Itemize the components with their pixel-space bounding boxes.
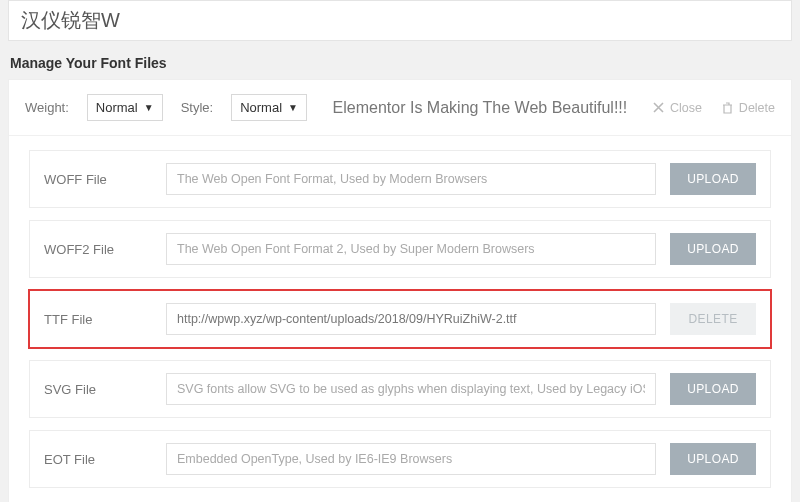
woff2-upload-button[interactable]: UPLOAD — [670, 233, 756, 265]
ttf-row: TTF File DELETE — [29, 290, 771, 348]
style-value: Normal — [240, 100, 282, 115]
woff2-label: WOFF2 File — [44, 242, 152, 257]
font-title-input[interactable] — [8, 0, 792, 41]
file-rows: WOFF File UPLOAD WOFF2 File UPLOAD TTF F… — [9, 136, 791, 502]
svg-row: SVG File UPLOAD — [29, 360, 771, 418]
font-files-panel: Weight: Normal ▼ Style: Normal ▼ Element… — [8, 79, 792, 502]
section-heading: Manage Your Font Files — [10, 55, 792, 71]
font-preview-text: Elementor Is Making The Web Beautiful!!! — [325, 99, 635, 117]
woff-input[interactable] — [166, 163, 656, 195]
variation-toolbar: Weight: Normal ▼ Style: Normal ▼ Element… — [9, 80, 791, 136]
svg-label: SVG File — [44, 382, 152, 397]
ttf-label: TTF File — [44, 312, 152, 327]
eot-label: EOT File — [44, 452, 152, 467]
woff-upload-button[interactable]: UPLOAD — [670, 163, 756, 195]
ttf-delete-button[interactable]: DELETE — [670, 303, 756, 335]
svg-input[interactable] — [166, 373, 656, 405]
weight-value: Normal — [96, 100, 138, 115]
close-button[interactable]: Close — [653, 101, 702, 115]
trash-icon — [722, 102, 733, 114]
eot-row: EOT File UPLOAD — [29, 430, 771, 488]
svg-upload-button[interactable]: UPLOAD — [670, 373, 756, 405]
caret-down-icon: ▼ — [144, 102, 154, 113]
woff-row: WOFF File UPLOAD — [29, 150, 771, 208]
woff2-input[interactable] — [166, 233, 656, 265]
woff-label: WOFF File — [44, 172, 152, 187]
ttf-input[interactable] — [166, 303, 656, 335]
close-label: Close — [670, 101, 702, 115]
woff2-row: WOFF2 File UPLOAD — [29, 220, 771, 278]
caret-down-icon: ▼ — [288, 102, 298, 113]
weight-label: Weight: — [25, 100, 69, 115]
eot-input[interactable] — [166, 443, 656, 475]
eot-upload-button[interactable]: UPLOAD — [670, 443, 756, 475]
weight-select[interactable]: Normal ▼ — [87, 94, 163, 121]
delete-button[interactable]: Delete — [722, 101, 775, 115]
close-icon — [653, 102, 664, 113]
delete-label: Delete — [739, 101, 775, 115]
style-select[interactable]: Normal ▼ — [231, 94, 307, 121]
style-label: Style: — [181, 100, 214, 115]
